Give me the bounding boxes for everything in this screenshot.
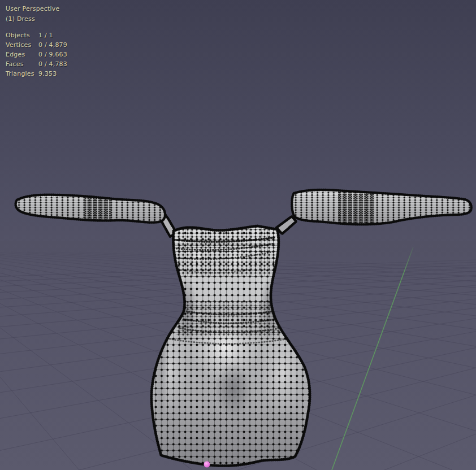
blender-3d-viewport[interactable]: User Perspective (1) Dress Objects 1 / 1… <box>0 0 476 470</box>
viewport-3d-scene[interactable] <box>0 0 476 470</box>
object-origin-marker[interactable] <box>204 462 210 468</box>
